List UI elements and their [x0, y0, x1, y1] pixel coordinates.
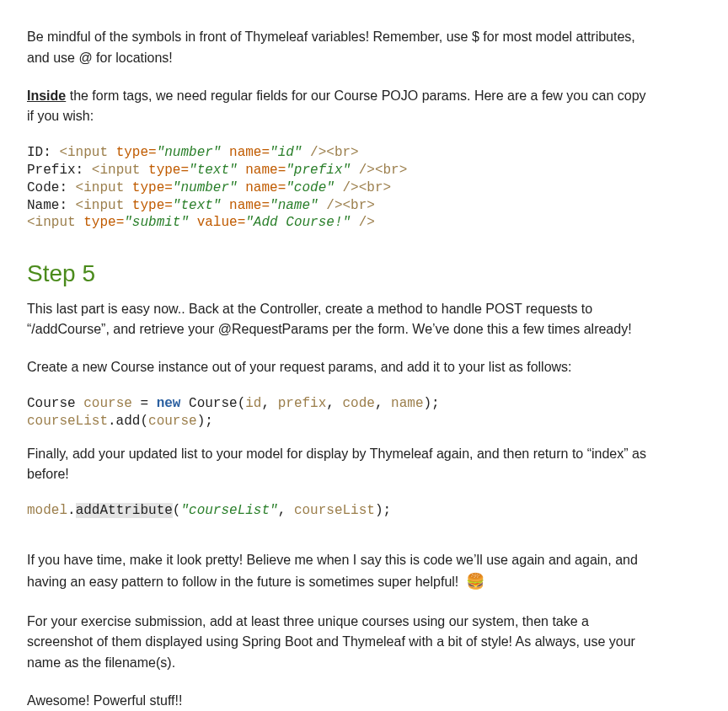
burger-icon	[466, 570, 484, 594]
paragraph-awesome: Awesome! Powerful stuff!!	[27, 691, 647, 711]
heading-step-5: Step 5	[27, 255, 647, 291]
closing-text: If you have time, make it look pretty! B…	[27, 553, 638, 589]
paragraph-closing-pretty: If you have time, make it look pretty! B…	[27, 550, 647, 595]
code-block-model-add: model.addAttribute("courseList", courseL…	[27, 502, 647, 520]
paragraph-submission: For your exercise submission, add at lea…	[27, 612, 647, 674]
paragraph-inside: Inside the form tags, we need regular fi…	[27, 86, 647, 128]
paragraph-step5-finally: Finally, add your updated list to your m…	[27, 444, 647, 486]
paragraph-step5-intro: This last part is easy now.. Back at the…	[27, 299, 647, 341]
paragraph-step5-create: Create a new Course instance out of your…	[27, 357, 647, 378]
inside-rest: the form tags, we need regular fields fo…	[27, 88, 646, 124]
paragraph-reminder: Be mindful of the symbols in front of Th…	[27, 27, 647, 69]
code-block-form-inputs: ID: <input type="number" name="id" /><br…	[27, 144, 647, 232]
code-block-new-course: Course course = new Course(id, prefix, c…	[27, 395, 647, 430]
inside-underline: Inside	[27, 88, 66, 103]
